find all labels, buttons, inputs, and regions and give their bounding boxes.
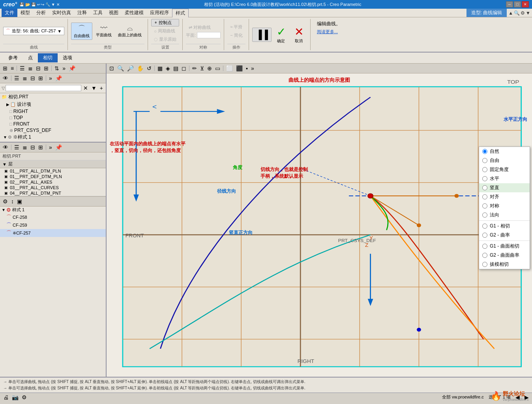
vp-hline-icon[interactable]: ▤ [172, 64, 180, 72]
curve-selector[interactable]: ⌒ 设计项 造型: 56: 曲线: CF-257 ▼ [3, 27, 64, 35]
detail-icon[interactable]: ≣ [27, 64, 34, 72]
layer-04-pnt[interactable]: ▣ 04__PRT_ALL_DTM_PNT [0, 190, 106, 196]
tree-item-right[interactable]: □ RIGHT [0, 108, 106, 115]
confirm-button[interactable]: ✓ 确定 [273, 23, 289, 46]
more-icon[interactable]: » [61, 64, 67, 72]
menu-apps[interactable]: 应用程序 [147, 9, 172, 17]
tab-reference[interactable]: 参考 [3, 53, 23, 62]
grid-icon[interactable]: ⊞ [2, 64, 9, 72]
vp-axes-icon[interactable]: ⊕ [206, 64, 213, 72]
free-curve-btn[interactable]: ⌒ 自由曲线 [71, 23, 92, 40]
close-button[interactable]: ✕ [522, 1, 529, 8]
window-controls[interactable]: ─ □ ✕ [506, 1, 529, 8]
vp-wireframe-icon[interactable]: ▦ [156, 64, 164, 72]
smooth-btn[interactable]: ≈平滑 [227, 23, 245, 31]
nav-right-2[interactable]: ▶ [525, 394, 529, 400]
tree-item-style1[interactable]: ▼ ⚙ ※样式 1 [0, 133, 106, 141]
ctx-item-fixed-angle[interactable]: 固定角度 [479, 165, 530, 174]
menu-annotation[interactable]: 注释 [74, 9, 90, 17]
lower-more-icon[interactable]: » [48, 143, 53, 151]
list-icon[interactable]: ☰ [19, 64, 26, 72]
sym-curve-btn[interactable]: ⇌对称曲线 [186, 24, 221, 31]
pin2-icon[interactable]: 📌 [54, 74, 63, 82]
lower-collapse-icon[interactable]: ⊞ [37, 143, 44, 151]
menu-file[interactable]: 文件 [2, 9, 17, 17]
show-icon[interactable]: 👁 [2, 74, 9, 82]
vp-view2-icon[interactable]: ⬛ [235, 64, 244, 72]
minimize-button[interactable]: ─ [506, 1, 513, 8]
menu-style[interactable]: 样式 [172, 9, 189, 17]
style-filter-icon[interactable]: ▣ [16, 197, 23, 205]
pause-button[interactable]: ▐▐ [252, 28, 272, 42]
style-cf-257[interactable]: ⌒ ※ CF-257 [0, 229, 106, 237]
vp-zoom-fit-icon[interactable]: ⊡ [108, 64, 115, 72]
tree-item-front[interactable]: □ FRONT [0, 121, 106, 127]
vp-shaded-icon[interactable]: ◈ [165, 64, 171, 72]
ctx-item-normal[interactable]: 法向 [479, 210, 530, 220]
style-cf-259[interactable]: ⌒ CF-259 [0, 221, 106, 229]
sym-plane-input[interactable] [197, 32, 221, 38]
sort-icon[interactable]: ⇅ [53, 64, 60, 72]
menu-view[interactable]: 视图 [106, 9, 122, 17]
vp-planes-icon[interactable]: ▭ [214, 64, 221, 72]
maximize-button[interactable]: □ [514, 1, 521, 8]
vp-dims-icon[interactable]: ⊻ [199, 64, 205, 72]
clear-search-icon[interactable]: ✕ [82, 84, 89, 92]
lower-pin-icon[interactable]: 📌 [54, 143, 63, 151]
lower-list-icon[interactable]: ☰ [13, 143, 21, 151]
viewport-canvas[interactable]: 曲线上的端点的方向示意图 [107, 73, 532, 377]
layer-03-curves[interactable]: ▣ 03__PRT_ALL_CURVES [0, 185, 106, 190]
surface-curve-btn[interactable]: ⌓ 曲面上的曲线 [115, 23, 144, 39]
ctx-item-horizontal[interactable]: 水平 [479, 174, 530, 183]
vp-more-icon[interactable]: » [250, 64, 255, 72]
list2-icon[interactable]: ☰ [13, 74, 21, 82]
vp-pan-icon[interactable]: ✋ [136, 64, 145, 72]
menu-simulation[interactable]: 实时仿真 [49, 9, 74, 17]
menu-model[interactable]: 模型 [17, 9, 33, 17]
tree-item-top[interactable]: □ TOP [0, 115, 106, 121]
collapse-icon[interactable]: ⊞ [43, 64, 50, 72]
layer-01-def-dtm[interactable]: ▣ 01__PRT_DEF_DTM_PLN [0, 174, 106, 179]
style-icon[interactable]: ⚙ [2, 197, 9, 205]
tree-item-design[interactable]: ▶ 📋 设计项 [0, 101, 106, 108]
nav-right-1[interactable]: ◀ [515, 394, 520, 400]
status-icon-2[interactable]: 📷 [12, 394, 19, 400]
layer-02-axes[interactable]: ▣ 02__PRT_ALL_AXES [0, 179, 106, 185]
vp-view3-icon[interactable]: ▪ [245, 64, 249, 72]
tree-item-csys[interactable]: ⊕ PRT_CSYS_DEF [0, 127, 106, 133]
vp-sketch-icon[interactable]: ✏ [191, 64, 198, 72]
tab-options[interactable]: 选项 [58, 53, 77, 62]
expand2-icon[interactable]: ⊟ [29, 74, 36, 82]
context-menu[interactable]: 自然 自由 固定角度 水平 竖直 对齐 对称 [479, 147, 530, 269]
collapse2-icon[interactable]: ⊞ [37, 74, 44, 82]
tab-tangent[interactable]: 相切 [38, 53, 58, 62]
tree-search-input[interactable] [6, 85, 81, 91]
planar-curve-btn[interactable]: 〰 平面曲线 [93, 23, 114, 39]
style-sort-icon[interactable]: ↕ [10, 197, 15, 205]
layers-header[interactable]: ▼层 [0, 160, 106, 168]
style-root[interactable]: ▼ ⚙ 样式 1 [0, 207, 106, 213]
cancel-button[interactable]: ✕ 取消 [291, 23, 307, 46]
search-icon[interactable]: ▼ [90, 84, 98, 92]
ctx-item-natural[interactable]: 自然 [479, 147, 530, 156]
ctx-item-free[interactable]: 自由 [479, 156, 530, 165]
add-filter-icon[interactable]: + [99, 84, 104, 92]
tree-item-file[interactable]: 📁 相切.PRT [0, 93, 106, 101]
vp-rotate-icon[interactable]: ↺ [146, 64, 153, 72]
filter-icon[interactable]: ≡ [9, 64, 15, 72]
simplify-btn[interactable]: −简化 [227, 32, 245, 39]
vp-zoom-out-icon[interactable]: 🔎 [126, 64, 135, 72]
ctx-item-g2-curvature[interactable]: G2 - 曲率 [479, 231, 530, 240]
ctx-item-align[interactable]: 对齐 [479, 192, 530, 201]
style-cf-258[interactable]: ⌒ CF-258 [0, 213, 106, 221]
detail2-icon[interactable]: ≣ [21, 74, 28, 82]
ctx-item-g1-surf-tangent[interactable]: G1 - 曲面相切 [479, 242, 530, 251]
ctx-item-symmetric[interactable]: 对称 [479, 201, 530, 210]
read-more-link[interactable]: 阅读更多... [317, 29, 341, 35]
periodic-curve-btn[interactable]: ○周期曲线 [151, 27, 179, 35]
status-icon-3[interactable]: ⚙ [22, 394, 27, 400]
lower-expand-icon[interactable]: ⊟ [29, 143, 36, 151]
tab-points[interactable]: 点 [23, 53, 38, 62]
lower-show-icon[interactable]: 👁 [2, 143, 9, 151]
layer-01-all-dtm[interactable]: ▣ 01__PRT_ALL_DTM_PLN [0, 168, 106, 174]
